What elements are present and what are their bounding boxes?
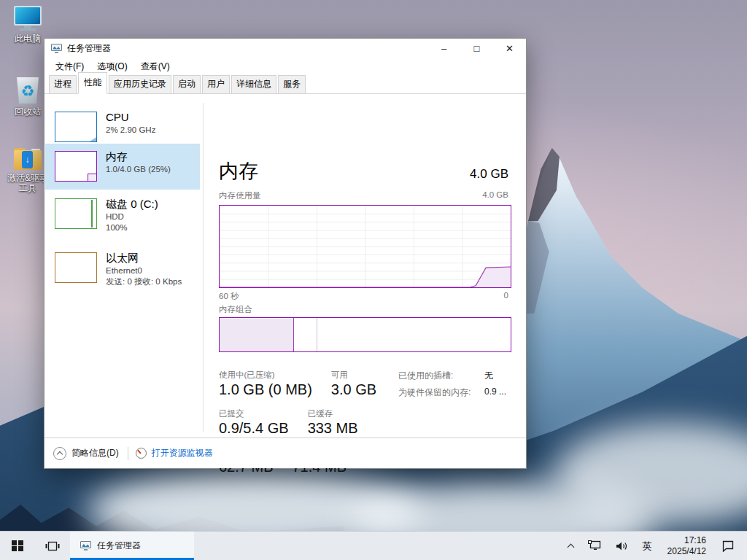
taskbar-clock[interactable]: 17:16 2025/4/12 [662,535,712,557]
memory-mini-graph [55,151,97,182]
performance-panel: CPU 2% 2.90 GHz 内存 1.0/4.0 GB (25%) 磁盘 0… [44,94,526,438]
sidebar-item-memory[interactable]: 内存 1.0/4.0 GB (25%) [45,144,200,190]
sidebar-ethernet-label: 以太网 [106,251,182,265]
hw-reserved-label: 为硬件保留的内存: [398,386,484,399]
memory-usage-max: 4.0 GB [482,190,508,199]
stat-cached: 已缓存 333 MB [308,408,358,438]
folder-icon: ↓ [14,148,42,170]
system-tray: 英 17:16 2025/4/12 [563,532,747,560]
ethernet-mini-graph [55,252,97,283]
desktop-icon-label: 此电脑 [15,34,41,44]
memory-page-title: 内存 [219,158,258,184]
task-manager-window: 任务管理器 – □ ✕ 文件(F) 选项(O) 查看(V) 进程 性能 应用历史… [44,38,527,469]
taskbar-app-label: 任务管理器 [97,540,141,552]
this-pc-icon [14,6,42,31]
memory-composition-bar[interactable] [219,317,511,352]
windows-logo-icon [12,540,23,552]
memory-usage-caption: 内存使用量 [219,190,261,201]
sidebar-cpu-label: CPU [106,110,155,125]
tab-app-history[interactable]: 应用历史记录 [109,75,171,93]
task-manager-icon [80,541,91,551]
stat-in-use: 使用中(已压缩) 1.0 GB (0 MB) [219,370,312,399]
show-hidden-icons-button[interactable] [563,532,578,560]
sidebar-ethernet-traffic: 发送: 0 接收: 0 Kbps [106,276,182,287]
memory-total: 4.0 GB [470,167,508,182]
volume-tray-button[interactable] [611,532,633,560]
sidebar-memory-label: 内存 [106,149,171,164]
maximize-button[interactable]: □ [460,39,493,58]
graph-zero-label: 0 [504,291,508,300]
tab-performance[interactable]: 性能 [78,72,107,94]
action-center-button[interactable] [716,532,740,560]
network-tray-button[interactable] [583,532,606,560]
close-button[interactable]: ✕ [493,39,526,58]
sidebar-disk-label: 磁盘 0 (C:) [106,197,158,211]
composition-in-use-segment [220,318,294,351]
sidebar-cpu-detail: 2% 2.90 GHz [106,125,155,136]
task-manager-icon [51,44,62,53]
network-icon [588,540,601,551]
task-view-button[interactable] [35,532,70,560]
hw-reserved-value: 0.9 ... [484,386,506,399]
sidebar-memory-detail: 1.0/4.0 GB (25%) [106,164,171,175]
slots-used-value: 无 [484,370,493,382]
taskbar-app-task-manager[interactable]: 任务管理器 [70,532,194,560]
tab-startup[interactable]: 启动 [173,75,201,93]
sidebar-item-disk[interactable]: 磁盘 0 (C:) HDD 100% [45,191,200,245]
cpu-mini-graph [55,112,97,142]
sidebar-disk-type: HDD [106,211,158,222]
tab-details[interactable]: 详细信息 [231,75,276,93]
window-title: 任务管理器 [67,42,111,55]
resource-monitor-icon [136,448,147,459]
taskbar: 任务管理器 英 17:16 2025/4/12 [0,531,747,560]
composition-modified-divider [317,318,317,351]
tab-services[interactable]: 服务 [278,75,306,93]
chevron-up-icon [567,544,574,551]
desktop-icon-label: 回收站 [15,106,41,117]
tab-processes[interactable]: 进程 [49,75,77,93]
sidebar-item-ethernet[interactable]: 以太网 Ethernet0 发送: 0 接收: 0 Kbps [45,245,200,299]
slots-used-label: 已使用的插槽: [398,370,484,382]
tab-strip: 进程 性能 应用历史记录 启动 用户 详细信息 服务 [44,75,526,94]
sidebar-divider [203,103,204,432]
action-center-icon [721,540,735,552]
sidebar-disk-usage: 100% [106,222,158,233]
start-button[interactable] [0,532,35,560]
title-bar[interactable]: 任务管理器 – □ ✕ [44,39,526,58]
menu-bar: 文件(F) 选项(O) 查看(V) [44,58,526,75]
tab-users[interactable]: 用户 [202,75,230,93]
clock-date: 2025/4/12 [667,546,706,557]
disk-mini-graph [55,198,97,229]
graph-time-axis: 60 秒 [219,291,239,302]
hardware-stats: 已使用的插槽: 无 为硬件保留的内存: 0.9 ... [398,370,506,403]
stat-committed: 已提交 0.9/5.4 GB [219,408,289,438]
task-view-icon [45,540,60,552]
sidebar-ethernet-name: Ethernet0 [106,265,182,276]
clock-time: 17:16 [667,535,706,546]
recycle-bin-icon: ♻ [15,77,40,104]
collapse-icon [53,447,66,460]
speaker-icon [616,541,628,551]
memory-composition-caption: 内存组合 [219,304,252,315]
open-resource-monitor-link[interactable]: 打开资源监视器 [152,447,213,459]
stat-available: 可用 3.0 GB [331,370,376,399]
sidebar-item-cpu[interactable]: CPU 2% 2.90 GHz [45,104,200,144]
fewer-details-toggle[interactable]: 简略信息(D) [71,447,119,459]
footer-divider [128,447,128,460]
language-indicator[interactable]: 英 [638,532,657,560]
memory-usage-graph[interactable] [219,205,511,288]
menu-view[interactable]: 查看(V) [136,58,175,75]
window-footer: 简略信息(D) 打开资源监视器 [44,438,526,468]
minimize-button[interactable]: – [427,39,460,58]
